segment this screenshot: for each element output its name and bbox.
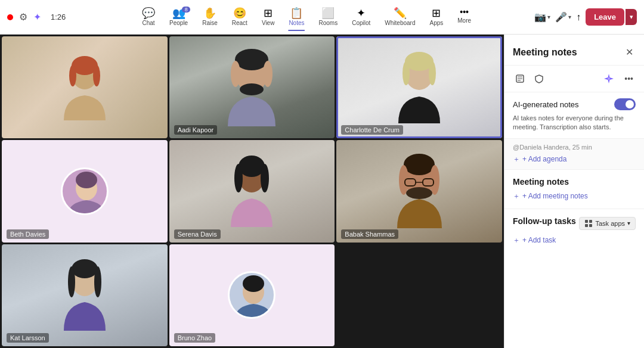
svg-rect-41 bbox=[589, 220, 592, 223]
participant-name-babak: Babak Shammas bbox=[341, 229, 398, 239]
participant-name-aadi: Aadi Kapoor bbox=[174, 125, 218, 135]
followup-title: Follow-up tasks bbox=[513, 216, 576, 226]
raise-label: Raise bbox=[202, 20, 218, 26]
task-apps-label: Task apps bbox=[595, 220, 625, 227]
bruno-avatar bbox=[228, 271, 275, 319]
meeting-notes-title: Meeting notes bbox=[513, 177, 636, 187]
ai-sparkle-icon bbox=[603, 73, 615, 85]
settings-icon[interactable]: ⚙ bbox=[19, 11, 27, 23]
chat-icon: 💬 bbox=[142, 8, 155, 18]
nav-react[interactable]: 😊 React bbox=[226, 5, 253, 29]
copilot-label: Copilot bbox=[352, 20, 370, 26]
ai-notes-description: AI takes notes for everyone during the m… bbox=[513, 114, 636, 132]
whiteboard-icon: ✏️ bbox=[394, 8, 407, 18]
video-grid: Aadi Kapoor Charlotte De Crum bbox=[0, 35, 504, 348]
view-icon: ⊞ bbox=[264, 8, 273, 18]
nav-people[interactable]: 👥 People 8 bbox=[163, 5, 194, 29]
rooms-label: Rooms bbox=[319, 20, 338, 26]
mic-control[interactable]: 🎤 ▾ bbox=[555, 11, 571, 23]
svg-point-11 bbox=[402, 61, 410, 85]
share-control[interactable]: ↑ bbox=[576, 12, 581, 23]
video-cell-beth: Beth Davies bbox=[2, 140, 168, 242]
charlotte-silhouette bbox=[395, 52, 443, 123]
svg-point-5 bbox=[235, 49, 268, 70]
panel-close-button[interactable]: ✕ bbox=[623, 44, 636, 60]
add-agenda-plus-icon: ＋ bbox=[513, 154, 520, 164]
beth-avatar-img bbox=[63, 169, 109, 215]
video-cell-serena: Serena Davis bbox=[169, 140, 335, 242]
more-options-icon: ••• bbox=[624, 74, 633, 83]
svg-point-7 bbox=[263, 61, 273, 87]
notes-view-icon bbox=[515, 74, 525, 83]
sparkle-icon[interactable]: ✦ bbox=[33, 11, 41, 23]
nav-chat[interactable]: 💬 Chat bbox=[136, 5, 161, 29]
react-label: React bbox=[232, 20, 247, 26]
participant-name-kat: Kat Larsson bbox=[7, 333, 49, 343]
video-cell-bruno: Bruno Zhao bbox=[169, 244, 335, 346]
shield-icon bbox=[534, 74, 544, 83]
task-apps-button[interactable]: Task apps ▾ bbox=[579, 217, 636, 230]
nav-raise[interactable]: ✋ Raise bbox=[196, 5, 224, 29]
add-meeting-notes-button[interactable]: ＋ + Add meeting notes bbox=[513, 191, 588, 201]
record-indicator bbox=[7, 14, 13, 20]
svg-point-18 bbox=[234, 164, 243, 192]
topbar: ⚙ ✦ 1:26 💬 Chat 👥 People 8 ✋ Raise 😊 Rea… bbox=[0, 0, 644, 35]
people-label: People bbox=[169, 20, 188, 26]
ai-notes-toggle[interactable] bbox=[614, 98, 636, 110]
camera-chevron[interactable]: ▾ bbox=[547, 14, 550, 20]
nav-rooms[interactable]: ⬜ Rooms bbox=[313, 5, 344, 29]
leave-chevron-button[interactable]: ▾ bbox=[626, 9, 637, 25]
panel-header: Meeting notes ✕ bbox=[504, 35, 644, 66]
view-label: View bbox=[262, 20, 275, 26]
participant-name-serena: Serena Davis bbox=[174, 229, 221, 239]
svg-point-39 bbox=[608, 77, 610, 80]
agenda-item-text: @Daniela Handera, 25 min bbox=[513, 144, 636, 151]
nav-view[interactable]: ⊞ View bbox=[256, 5, 281, 29]
shield-button[interactable] bbox=[532, 72, 546, 86]
notes-label: Notes bbox=[289, 20, 304, 26]
more-icon: ••• bbox=[460, 8, 469, 16]
kat-silhouette bbox=[61, 259, 109, 331]
svg-point-24 bbox=[406, 187, 432, 199]
notes-view-button[interactable] bbox=[513, 72, 527, 86]
bruno-avatar-img bbox=[230, 273, 275, 319]
svg-rect-43 bbox=[589, 224, 592, 227]
nav-notes[interactable]: 📋 Notes bbox=[283, 5, 310, 29]
nav-more[interactable]: ••• More bbox=[451, 5, 477, 26]
camera-control[interactable]: 📷 ▾ bbox=[534, 11, 550, 23]
add-task-button[interactable]: ＋ + Add task bbox=[513, 235, 556, 246]
participant-name-bruno: Bruno Zhao bbox=[174, 333, 215, 343]
leave-group: Leave ▾ bbox=[586, 8, 637, 26]
panel-icon-row: ••• bbox=[504, 66, 644, 92]
panel-title: Meeting notes bbox=[513, 47, 577, 58]
people-badge: 8 bbox=[182, 7, 190, 13]
video-cell-charlotte: Charlotte De Crum bbox=[336, 36, 502, 138]
mic-chevron[interactable]: ▾ bbox=[568, 14, 571, 20]
svg-point-22 bbox=[399, 165, 408, 195]
add-agenda-button[interactable]: ＋ + Add agenda bbox=[513, 154, 566, 164]
agenda-section: @Daniela Handera, 25 min ＋ + Add agenda bbox=[504, 139, 644, 170]
nav-whiteboard[interactable]: ✏️ Whiteboard bbox=[379, 5, 421, 29]
svg-rect-42 bbox=[585, 224, 588, 227]
svg-point-21 bbox=[404, 154, 435, 175]
add-task-label: + Add task bbox=[522, 236, 556, 244]
add-task-plus-icon: ＋ bbox=[513, 235, 520, 246]
video-cell-local bbox=[2, 36, 168, 138]
participant-name-charlotte: Charlotte De Crum bbox=[341, 125, 403, 135]
aadi-silhouette bbox=[225, 49, 278, 126]
add-notes-plus-icon: ＋ bbox=[513, 191, 520, 201]
svg-point-2 bbox=[69, 65, 76, 86]
nav-apps[interactable]: ⊞ Apps bbox=[423, 5, 449, 29]
more-options-button[interactable]: ••• bbox=[622, 72, 636, 86]
svg-point-15 bbox=[76, 172, 97, 188]
nav-copilot[interactable]: ✦ Copilot bbox=[346, 5, 376, 29]
ai-sparkle-button[interactable] bbox=[600, 70, 617, 87]
leave-button[interactable]: Leave bbox=[586, 8, 624, 26]
add-agenda-label: + Add agenda bbox=[522, 155, 566, 163]
raise-icon: ✋ bbox=[203, 8, 216, 18]
call-timer: 1:26 bbox=[51, 13, 66, 21]
ai-notes-section: AI-generated notes AI takes notes for ev… bbox=[504, 92, 644, 139]
rooms-icon: ⬜ bbox=[321, 8, 335, 18]
right-panel: Meeting notes ✕ bbox=[504, 35, 644, 348]
notes-icon: 📋 bbox=[290, 8, 303, 18]
